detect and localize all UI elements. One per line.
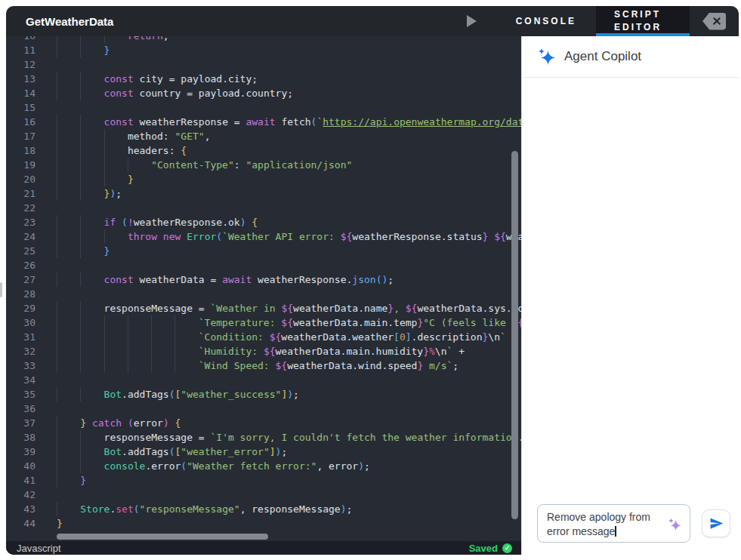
indent-guide [57, 36, 80, 43]
code-line: 16const weatherResponse = await fetch(`h… [6, 115, 521, 129]
close-icon[interactable] [702, 13, 726, 30]
vertical-scrollbar[interactable] [511, 151, 518, 519]
indent-guide [80, 129, 103, 143]
indent-guide [128, 158, 151, 172]
status-bar: Javascript Saved ✓ [6, 541, 521, 555]
run-script-icon[interactable] [467, 15, 477, 27]
script-title: GetWeatherData [26, 15, 467, 28]
line-number: 12 [6, 57, 36, 72]
indent-guide [104, 158, 128, 172]
panel-resize-handle[interactable] [0, 282, 2, 297]
line-number: 41 [6, 473, 36, 488]
code-line: 13const city = payload.city; [6, 72, 521, 86]
saved-status: Saved ✓ [469, 543, 512, 554]
tab-console[interactable]: CONSOLE [510, 6, 582, 36]
tab-script-editor[interactable]: SCRIPT EDITOR [596, 6, 690, 36]
indent-guide [57, 215, 80, 229]
indent-guide [128, 358, 151, 373]
indent-guide [80, 272, 103, 287]
top-bar: GetWeatherData CONSOLE SCRIPT EDITOR [6, 6, 739, 36]
line-number: 19 [6, 158, 36, 172]
code-line: 44} [6, 516, 521, 531]
line-number: 15 [6, 100, 36, 115]
code-line: 39Bot.addTags(["weather_error"]); [6, 445, 521, 459]
indent-guide [174, 358, 198, 373]
line-number: 42 [6, 488, 36, 502]
copilot-sparkle-icon [539, 48, 555, 65]
indent-guide [80, 43, 103, 57]
copilot-conversation [522, 78, 739, 504]
indent-guide [104, 315, 128, 330]
line-number: 44 [6, 516, 36, 531]
copilot-input[interactable]: Remove apology from error message [537, 504, 690, 543]
code-editor[interactable]: 10return;11}1213const city = payload.cit… [6, 36, 521, 555]
indent-guide [57, 344, 80, 358]
code-line: 10return; [6, 36, 521, 43]
line-number: 40 [6, 459, 36, 473]
indent-guide [57, 172, 80, 186]
line-number: 16 [6, 115, 36, 129]
indent-guide [57, 387, 80, 402]
indent-guide [80, 186, 103, 201]
code-line: 28 [6, 287, 521, 301]
line-number: 26 [6, 258, 36, 272]
indent-guide [104, 143, 128, 158]
line-number: 33 [6, 358, 36, 373]
code-lines: 10return;11}1213const city = payload.cit… [6, 36, 521, 531]
indent-guide [80, 358, 103, 373]
line-number: 34 [6, 373, 36, 387]
close-area [690, 6, 739, 36]
send-icon [709, 516, 724, 531]
indent-guide [174, 330, 198, 344]
send-button[interactable] [702, 509, 730, 537]
code-line: 12 [6, 57, 521, 72]
indent-guide [104, 330, 128, 344]
code-line: 14const country = payload.country; [6, 86, 521, 100]
code-line: 21}); [6, 186, 521, 201]
code-line: 32`Humidity: ${weatherData.main.humidity… [6, 344, 521, 358]
indent-guide [80, 344, 103, 358]
code-line: 17method: "GET", [6, 129, 521, 143]
code-line: 34 [6, 373, 521, 387]
indent-guide [57, 158, 80, 172]
code-line: 26 [6, 258, 521, 272]
code-line: 35Bot.addTags(["weather_success"]); [6, 387, 521, 402]
indent-guide [57, 143, 80, 158]
indent-guide [151, 344, 174, 358]
indent-guide [80, 172, 103, 186]
indent-guide [57, 229, 80, 244]
indent-guide [128, 330, 151, 344]
indent-guide [57, 473, 80, 488]
indent-guide [57, 115, 80, 129]
code-viewport[interactable]: 10return;11}1213const city = payload.cit… [6, 36, 521, 533]
indent-guide [57, 445, 80, 459]
indent-guide [104, 36, 128, 43]
indent-guide [80, 229, 103, 244]
indent-guide [104, 358, 128, 373]
code-line: 24throw new Error(`Weather API error: ${… [6, 229, 521, 244]
code-line: 15 [6, 100, 521, 115]
line-number: 43 [6, 502, 36, 516]
code-line: 37} catch (error) { [6, 416, 521, 430]
indent-guide [80, 143, 103, 158]
indent-guide [57, 502, 80, 516]
line-number: 29 [6, 301, 36, 315]
indent-guide [57, 430, 80, 445]
indent-guide [57, 459, 80, 473]
code-line: 31`Condition: ${weatherData.weather[0].d… [6, 330, 521, 344]
copilot-title: Agent Copilot [564, 49, 641, 64]
indent-guide [57, 72, 80, 86]
indent-guide [57, 272, 80, 287]
indent-guide [80, 330, 103, 344]
agent-copilot-panel: Agent Copilot Remove apology from error … [521, 36, 739, 555]
code-line: 40console.error("Weather fetch error:", … [6, 459, 521, 473]
indent-guide [80, 72, 103, 86]
line-number: 21 [6, 186, 36, 201]
line-number: 25 [6, 244, 36, 258]
indent-guide [80, 115, 103, 129]
indent-guide [57, 43, 80, 57]
line-number: 17 [6, 129, 36, 143]
indent-guide [57, 301, 80, 315]
horizontal-scrollbar[interactable] [57, 534, 268, 540]
code-line: 19"Content-Type": "application/json" [6, 158, 521, 172]
